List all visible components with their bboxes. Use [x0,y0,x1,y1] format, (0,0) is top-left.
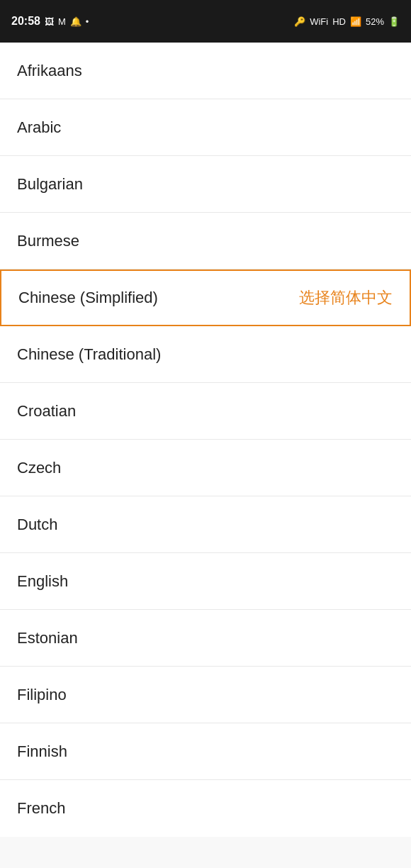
battery-percent: 52% [366,16,384,27]
language-item-finnish[interactable]: Finnish [0,723,411,780]
language-item-chinese-simplified[interactable]: Chinese (Simplified)选择简体中文 [0,269,411,326]
language-list: AfrikaansArabicBulgarianBurmeseChinese (… [0,43,411,837]
language-name-dutch: Dutch [17,516,57,534]
wifi-icon: WiFi [310,16,328,27]
photo-icon: 🖼 [45,16,54,27]
language-name-estonian: Estonian [17,629,78,647]
language-name-afrikaans: Afrikaans [17,62,82,80]
language-item-english[interactable]: English [0,553,411,610]
status-time: 20:58 [11,15,40,28]
language-item-arabic[interactable]: Arabic [0,99,411,156]
status-right: 🔑 WiFi HD 📶 52% 🔋 [294,16,400,27]
dot-icon: • [86,16,89,27]
language-item-estonian[interactable]: Estonian [0,610,411,667]
status-left: 20:58 🖼 M 🔔 • [11,15,89,28]
key-icon: 🔑 [294,16,305,27]
language-name-croatian: Croatian [17,402,76,421]
language-name-czech: Czech [17,459,61,477]
content-area[interactable]: AfrikaansArabicBulgarianBurmeseChinese (… [0,43,411,868]
battery-icon: 🔋 [388,16,400,27]
language-name-filipino: Filipino [17,686,67,704]
signal-icon: 📶 [350,16,361,27]
language-item-burmese[interactable]: Burmese [0,213,411,269]
language-name-chinese-simplified: Chinese (Simplified) [18,289,158,307]
language-name-chinese-traditional: Chinese (Traditional) [17,345,161,364]
language-item-dutch[interactable]: Dutch [0,496,411,553]
hd-icon: HD [332,16,346,27]
language-name-arabic: Arabic [17,118,61,137]
language-item-french[interactable]: French [0,780,411,837]
language-item-croatian[interactable]: Croatian [0,383,411,440]
language-name-burmese: Burmese [17,232,79,250]
notification-icon: 🔔 [70,16,81,27]
language-item-filipino[interactable]: Filipino [0,667,411,723]
language-name-finnish: Finnish [17,742,67,761]
mail-icon: M [58,16,66,27]
language-hint-chinese-simplified: 选择简体中文 [299,287,393,308]
language-item-bulgarian[interactable]: Bulgarian [0,156,411,213]
language-name-bulgarian: Bulgarian [17,175,83,194]
language-item-afrikaans[interactable]: Afrikaans [0,43,411,99]
language-item-czech[interactable]: Czech [0,440,411,496]
status-bar: 20:58 🖼 M 🔔 • 🔑 WiFi HD 📶 52% 🔋 [0,0,411,43]
language-item-chinese-traditional[interactable]: Chinese (Traditional) [0,326,411,383]
language-name-french: French [17,799,65,818]
language-name-english: English [17,572,68,591]
